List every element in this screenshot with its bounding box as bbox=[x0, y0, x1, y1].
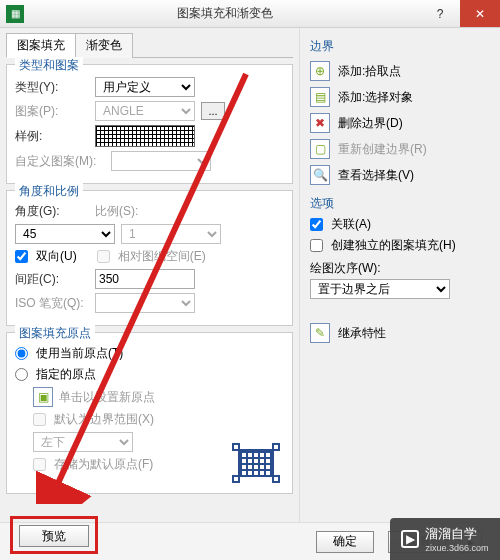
add-select-button[interactable]: ▤ 添加:选择对象 bbox=[310, 87, 490, 107]
app-icon: ▦ bbox=[6, 5, 24, 23]
origin-current-radio-row[interactable]: 使用当前原点(T) bbox=[15, 345, 123, 362]
play-icon: ▶ bbox=[401, 530, 419, 548]
preview-button[interactable]: 预览 bbox=[19, 525, 89, 547]
origin-specified-radio[interactable] bbox=[15, 368, 28, 381]
inherit-button[interactable]: ✎ 继承特性 bbox=[310, 323, 490, 343]
preview-highlight: 预览 bbox=[10, 516, 98, 554]
set-origin-label: 单击以设置新原点 bbox=[59, 389, 155, 406]
relpaper-checkbox bbox=[97, 250, 110, 263]
scale-select: 1 bbox=[121, 224, 221, 244]
type-select[interactable]: 用户定义 bbox=[95, 77, 195, 97]
close-button[interactable]: ✕ bbox=[460, 0, 500, 27]
bidir-checkbox[interactable] bbox=[15, 250, 28, 263]
custom-pattern-select bbox=[111, 151, 211, 171]
title-bar: ▦ 图案填充和渐变色 ? ✕ bbox=[0, 0, 500, 28]
label-custom-pattern: 自定义图案(M): bbox=[15, 153, 105, 170]
ok-button[interactable]: 确定 bbox=[316, 531, 374, 553]
options-title: 选项 bbox=[310, 195, 490, 212]
recreate-boundary-button: ▢ 重新创建边界(R) bbox=[310, 139, 490, 159]
pick-point-icon: ⊕ bbox=[310, 61, 330, 81]
save-default-checkbox bbox=[33, 458, 46, 471]
boundary-title: 边界 bbox=[310, 38, 490, 55]
recreate-boundary-icon: ▢ bbox=[310, 139, 330, 159]
assoc-checkbox-row[interactable]: 关联(A) bbox=[310, 216, 490, 233]
assoc-checkbox[interactable] bbox=[310, 218, 323, 231]
independent-checkbox-row[interactable]: 创建独立的图案填充(H) bbox=[310, 237, 490, 254]
remove-boundary-button[interactable]: ✖ 删除边界(D) bbox=[310, 113, 490, 133]
add-pick-button[interactable]: ⊕ 添加:拾取点 bbox=[310, 61, 490, 81]
group-origin-title: 图案填充原点 bbox=[15, 325, 95, 342]
angle-select[interactable]: 45 bbox=[15, 224, 115, 244]
relpaper-checkbox-row: 相对图纸空间(E) bbox=[97, 248, 206, 265]
save-default-label: 存储为默认原点(F) bbox=[54, 456, 153, 473]
view-selection-button[interactable]: 🔍 查看选择集(V) bbox=[310, 165, 490, 185]
spacing-input[interactable] bbox=[95, 269, 195, 289]
isopen-select bbox=[95, 293, 195, 313]
origin-specified-label: 指定的原点 bbox=[36, 366, 96, 383]
independent-checkbox[interactable] bbox=[310, 239, 323, 252]
tabs: 图案填充 渐变色 bbox=[6, 32, 293, 58]
label-sample: 样例: bbox=[15, 128, 89, 145]
inherit-icon: ✎ bbox=[310, 323, 330, 343]
origin-position-select: 左下 bbox=[33, 432, 133, 452]
brand-watermark: ▶ 溜溜自学 zixue.3d66.com bbox=[390, 518, 500, 560]
origin-preview-icon bbox=[232, 443, 280, 483]
group-angle-scale: 角度和比例 角度(G): 比例(S): 45 1 双向(U) 相对图纸空间(E) bbox=[6, 190, 293, 326]
group-type-title: 类型和图案 bbox=[15, 57, 83, 74]
tab-hatch[interactable]: 图案填充 bbox=[6, 33, 76, 58]
pattern-select: ANGLE bbox=[95, 101, 195, 121]
group-origin: 图案填充原点 使用当前原点(T) 指定的原点 ▣ 单击以设置新原点 bbox=[6, 332, 293, 494]
draw-order-select[interactable]: 置于边界之后 bbox=[310, 279, 450, 299]
remove-boundary-icon: ✖ bbox=[310, 113, 330, 133]
set-origin-icon: ▣ bbox=[33, 387, 53, 407]
origin-current-radio[interactable] bbox=[15, 347, 28, 360]
bidir-label: 双向(U) bbox=[36, 248, 77, 265]
window-title: 图案填充和渐变色 bbox=[30, 5, 420, 22]
view-selection-icon: 🔍 bbox=[310, 165, 330, 185]
pattern-swatch[interactable] bbox=[95, 125, 195, 147]
label-pattern: 图案(P): bbox=[15, 103, 89, 120]
default-boundary-checkbox bbox=[33, 413, 46, 426]
origin-specified-radio-row[interactable]: 指定的原点 bbox=[15, 366, 96, 383]
relpaper-label: 相对图纸空间(E) bbox=[118, 248, 206, 265]
tab-gradient[interactable]: 渐变色 bbox=[75, 33, 133, 58]
origin-current-label: 使用当前原点(T) bbox=[36, 345, 123, 362]
label-type: 类型(Y): bbox=[15, 79, 89, 96]
bidir-checkbox-row[interactable]: 双向(U) bbox=[15, 248, 77, 265]
select-object-icon: ▤ bbox=[310, 87, 330, 107]
draw-order-label: 绘图次序(W): bbox=[310, 260, 490, 277]
default-boundary-label: 默认为边界范围(X) bbox=[54, 411, 154, 428]
group-angle-title: 角度和比例 bbox=[15, 183, 83, 200]
label-isopen: ISO 笔宽(Q): bbox=[15, 295, 89, 312]
label-angle: 角度(G): bbox=[15, 203, 89, 220]
label-scale: 比例(S): bbox=[95, 203, 169, 220]
group-type: 类型和图案 类型(Y): 用户定义 图案(P): ANGLE ... 样例: 自… bbox=[6, 64, 293, 184]
help-button[interactable]: ? bbox=[420, 0, 460, 27]
pattern-browse-button[interactable]: ... bbox=[201, 102, 225, 120]
label-spacing: 间距(C): bbox=[15, 271, 89, 288]
